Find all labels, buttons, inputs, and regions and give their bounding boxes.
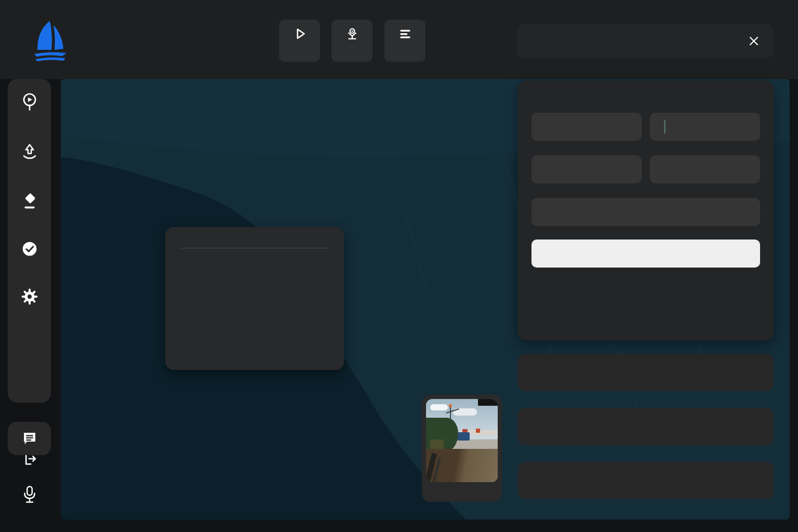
cctv-button[interactable] bbox=[8, 472, 51, 520]
chat-button[interactable] bbox=[8, 422, 51, 455]
nmea-input[interactable] bbox=[531, 113, 642, 141]
port-field-group bbox=[531, 150, 642, 183]
poi-panel-header bbox=[517, 24, 773, 58]
check-circle-icon bbox=[21, 240, 38, 258]
tcp-input[interactable] bbox=[650, 113, 760, 141]
sailboat-logo-icon bbox=[30, 18, 71, 63]
port-input[interactable] bbox=[531, 155, 642, 183]
usb-field-group bbox=[531, 193, 760, 226]
playback-cam-icon bbox=[21, 92, 38, 113]
sidebar-item-playback[interactable] bbox=[8, 92, 51, 116]
popup-divider bbox=[181, 248, 328, 248]
app-header bbox=[0, 0, 798, 79]
nmea-field-group bbox=[531, 108, 642, 141]
sidebar-item-follow[interactable] bbox=[8, 192, 51, 215]
address-input[interactable] bbox=[650, 155, 760, 183]
export-up-icon bbox=[21, 142, 38, 162]
address-field-group bbox=[650, 150, 760, 183]
sidebar bbox=[8, 79, 51, 403]
gear-icon bbox=[21, 288, 38, 305]
follow-lines-icon bbox=[397, 26, 413, 42]
usb-input[interactable] bbox=[531, 198, 760, 226]
sidebar-item-export[interactable] bbox=[8, 142, 51, 165]
header-export-button[interactable] bbox=[331, 20, 373, 62]
follow-diamond-icon bbox=[21, 192, 38, 212]
sidebar-item-settings[interactable] bbox=[8, 288, 51, 309]
text-cursor bbox=[664, 120, 666, 134]
play-icon bbox=[292, 26, 308, 42]
userlog-panel-button[interactable] bbox=[518, 462, 774, 499]
settings-panel-button[interactable] bbox=[518, 408, 774, 445]
report-panel-button[interactable] bbox=[518, 354, 774, 391]
microphone-icon bbox=[22, 485, 37, 504]
chat-icon bbox=[21, 430, 38, 447]
header-follow-button[interactable] bbox=[384, 20, 425, 62]
save-button[interactable] bbox=[531, 240, 760, 268]
connection-panel bbox=[518, 81, 774, 340]
header-playback-button[interactable] bbox=[279, 20, 320, 62]
ais-camera-snapshot bbox=[426, 399, 498, 482]
sidebar-item-poi[interactable] bbox=[8, 240, 51, 261]
vessel-info-popup bbox=[165, 227, 344, 370]
tcp-field-group bbox=[650, 108, 760, 141]
close-icon[interactable] bbox=[748, 35, 760, 47]
export-icon bbox=[344, 26, 360, 42]
ais-camera-card[interactable] bbox=[422, 395, 502, 502]
